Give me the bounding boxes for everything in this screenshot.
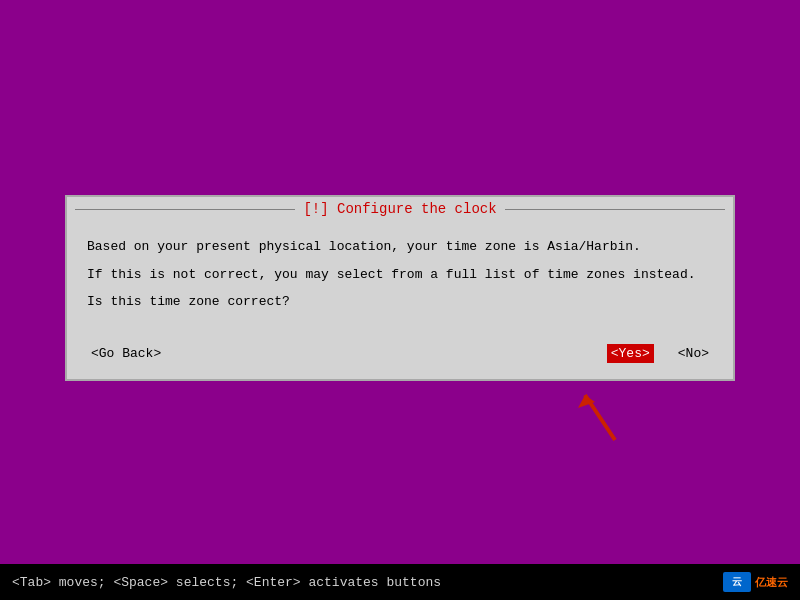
title-line-right xyxy=(505,209,725,210)
dialog-title-bar: [!] Configure the clock xyxy=(67,197,733,221)
logo-icon-text: 云 xyxy=(732,575,742,589)
dialog-box: [!] Configure the clock Based on your pr… xyxy=(65,195,735,381)
logo-container: 云 亿速云 xyxy=(723,572,788,592)
dialog-line2: If this is not correct, you may select f… xyxy=(87,265,713,285)
yes-button[interactable]: <Yes> xyxy=(607,344,654,363)
dialog-line3: Is this time zone correct? xyxy=(87,292,713,312)
no-button[interactable]: <No> xyxy=(674,344,713,363)
arrow-svg xyxy=(570,380,630,450)
desktop: [!] Configure the clock Based on your pr… xyxy=(0,0,800,600)
dialog-title: [!] Configure the clock xyxy=(295,201,504,217)
bottom-bar-text: <Tab> moves; <Space> selects; <Enter> ac… xyxy=(12,575,441,590)
title-line-left xyxy=(75,209,295,210)
logo-icon: 云 xyxy=(723,572,751,592)
dialog-line1: Based on your present physical location,… xyxy=(87,237,713,257)
logo-brand-text: 亿速云 xyxy=(755,575,788,590)
go-back-button[interactable]: <Go Back> xyxy=(87,344,165,363)
dialog-buttons: <Go Back> <Yes> <No> xyxy=(67,336,733,379)
arrow-indicator xyxy=(570,380,630,454)
bottom-bar: <Tab> moves; <Space> selects; <Enter> ac… xyxy=(0,564,800,600)
dialog-content: Based on your present physical location,… xyxy=(67,221,733,336)
